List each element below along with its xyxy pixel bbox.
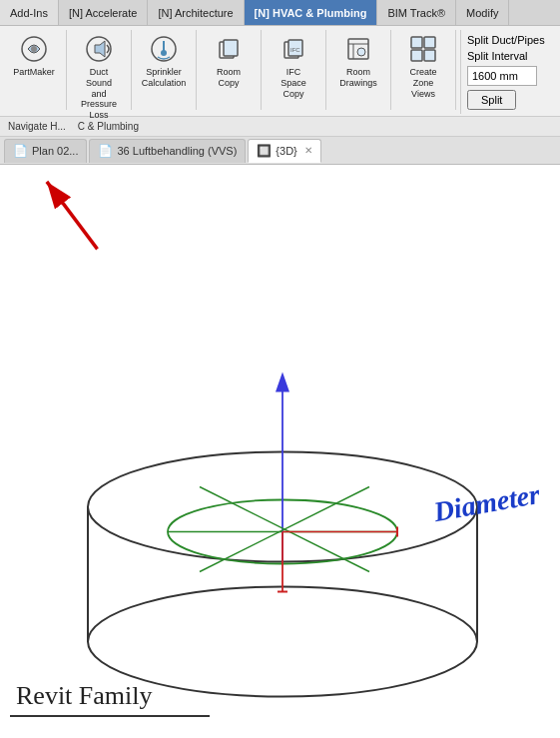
plan-tab-icon: 📄 xyxy=(13,144,28,158)
create-zone-views-button[interactable]: Create Zone Views xyxy=(399,30,447,102)
sprinkler-label: Sprinkler Calculation xyxy=(142,67,187,89)
3d-tab-icon: 🔲 xyxy=(257,144,272,158)
split-panel: Split Duct/Pipes Split Interval Split xyxy=(460,30,560,114)
zone-views-label: Create Zone Views xyxy=(402,67,444,99)
room-copy-button[interactable]: Room Copy xyxy=(205,30,253,92)
room-copy-label: Room Copy xyxy=(208,67,250,89)
split-button-row[interactable]: Split xyxy=(467,90,560,110)
svg-point-14 xyxy=(357,48,365,56)
tab-bim-track[interactable]: BIM Track® xyxy=(377,0,456,25)
partmaker-icon xyxy=(18,33,50,65)
room-copy-group: Room Copy xyxy=(201,30,262,110)
ifc-space-copy-icon: IFC xyxy=(278,33,309,65)
create-zone-views-icon xyxy=(407,33,439,65)
room-drawings-icon xyxy=(342,33,374,65)
svg-point-19 xyxy=(88,587,477,697)
split-button[interactable]: Split xyxy=(467,90,516,110)
3d-tab-label: {3D} xyxy=(276,145,296,157)
ribbon-tab-bar: Add-Ins [N] Accelerate [N] Architecture … xyxy=(0,0,560,26)
plan-tab-label: Plan 02... xyxy=(32,145,78,157)
viewport[interactable]: Diameter Revit Family xyxy=(0,165,560,738)
ifc-space-copy-label: IFC Space Copy xyxy=(273,67,314,99)
sprinkler-buttons: Sprinkler Calculation xyxy=(140,30,188,110)
doc-tab-3d[interactable]: 🔲 {3D} ✕ xyxy=(248,139,320,163)
room-copy-icon xyxy=(213,33,245,65)
partmaker-button[interactable]: PartMaker xyxy=(10,30,58,81)
svg-point-1 xyxy=(31,46,37,52)
svg-marker-26 xyxy=(276,372,289,392)
ifc-space-group: IFC IFC Space Copy xyxy=(266,30,326,110)
svg-rect-15 xyxy=(411,37,422,48)
duct-buttons: Duct Sound and Pressure Loss xyxy=(75,30,123,124)
duct-sound-label: Duct Sound and Pressure Loss xyxy=(78,67,120,121)
ifc-space-copy-button[interactable]: IFC IFC Space Copy xyxy=(270,30,317,102)
partmaker-buttons: PartMaker xyxy=(10,30,58,110)
svg-text:IFC: IFC xyxy=(290,47,300,53)
viewport-svg xyxy=(0,165,560,738)
doc-tab-luftbehandling[interactable]: 📄 36 Luftbehandling (VVS) xyxy=(89,139,246,163)
ribbon-content: PartMaker Duct Sound and Pressure Loss xyxy=(0,26,560,116)
split-interval-label: Split Interval xyxy=(467,50,528,62)
split-title-row: Split Duct/Pipes xyxy=(467,34,560,46)
room-drawings-button[interactable]: Room Drawings xyxy=(334,30,382,92)
duct-group: Duct Sound and Pressure Loss xyxy=(71,30,132,110)
duct-sound-button[interactable]: Duct Sound and Pressure Loss xyxy=(75,30,123,124)
split-interval-input[interactable] xyxy=(467,66,537,86)
ribbon: Add-Ins [N] Accelerate [N] Architecture … xyxy=(0,0,560,137)
revit-family-label: Revit Family xyxy=(16,681,153,711)
zone-views-group: Create Zone Views xyxy=(395,30,456,110)
ifc-buttons: IFC IFC Space Copy xyxy=(270,30,317,110)
doc-tabs: 📄 Plan 02... 📄 36 Luftbehandling (VVS) 🔲… xyxy=(0,137,560,165)
bottom-bar-left: Navigate H... xyxy=(8,121,66,132)
split-input-row[interactable] xyxy=(467,66,560,86)
partmaker-group: PartMaker xyxy=(6,30,67,110)
svg-point-5 xyxy=(161,50,167,56)
zone-buttons: Create Zone Views xyxy=(399,30,447,110)
bottom-bar-right: C & Plumbing xyxy=(78,121,139,132)
tab-hvac-plumbing[interactable]: [N] HVAC & Plumbing xyxy=(245,0,378,25)
partmaker-label: PartMaker xyxy=(13,67,55,78)
tab-accelerate[interactable]: [N] Accelerate xyxy=(59,0,148,25)
sprinkler-icon xyxy=(148,33,180,65)
tab-add-ins[interactable]: Add-Ins xyxy=(0,0,59,25)
split-duct-pipes-label: Split Duct/Pipes xyxy=(467,34,545,46)
svg-rect-17 xyxy=(411,50,422,61)
split-interval-row: Split Interval xyxy=(467,50,560,62)
room-drawings-group: Room Drawings xyxy=(330,30,391,110)
3d-tab-close[interactable]: ✕ xyxy=(304,145,312,156)
luft-tab-icon: 📄 xyxy=(98,144,113,158)
doc-tab-plan[interactable]: 📄 Plan 02... xyxy=(4,139,87,163)
svg-rect-18 xyxy=(424,50,435,61)
svg-rect-16 xyxy=(424,37,435,48)
svg-rect-7 xyxy=(224,40,238,56)
revit-family-underline xyxy=(10,715,210,717)
luft-tab-label: 36 Luftbehandling (VVS) xyxy=(117,145,237,157)
room-copy-buttons: Room Copy xyxy=(205,30,253,110)
tab-architecture[interactable]: [N] Architecture xyxy=(148,0,244,25)
room-drawings-label: Room Drawings xyxy=(337,67,379,89)
sprinkler-group: Sprinkler Calculation xyxy=(136,30,197,110)
sprinkler-button[interactable]: Sprinkler Calculation xyxy=(140,30,188,92)
tab-modify[interactable]: Modify xyxy=(456,0,509,25)
room-drawings-buttons: Room Drawings xyxy=(334,30,382,110)
duct-sound-icon xyxy=(83,33,115,65)
